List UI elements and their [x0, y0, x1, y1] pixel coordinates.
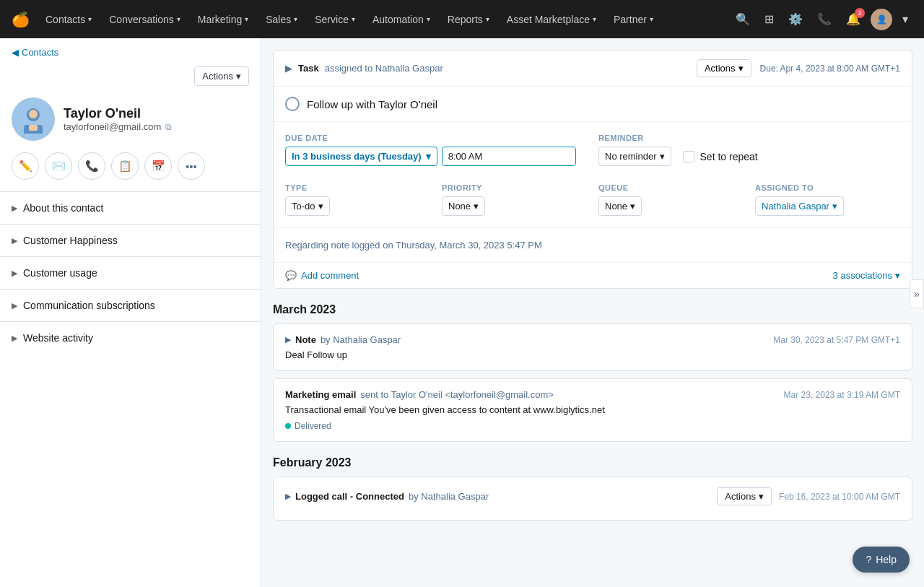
notifications-icon[interactable]: 🔔 2 — [842, 8, 865, 30]
about-contact-section: ▶ About this contact — [0, 191, 261, 224]
customer-usage-toggle[interactable]: ▶ Customer usage — [0, 257, 261, 289]
nav-automation[interactable]: Automation ▾ — [365, 9, 437, 30]
main-content: ▶ Task assigned to Nathalia Gaspar Actio… — [261, 38, 924, 587]
sidebar-header: Actions ▾ — [0, 66, 261, 92]
task-assigned-caret-icon: ▾ — [832, 201, 837, 212]
help-icon: ? — [866, 554, 871, 565]
task-queue-caret-icon: ▾ — [630, 201, 635, 212]
avatar-illustration — [19, 105, 48, 134]
contact-avatar — [12, 97, 55, 141]
reminder-select-button[interactable]: No reminder ▾ — [598, 147, 671, 166]
nav-conversations[interactable]: Conversations ▾ — [102, 9, 188, 30]
task-actions-caret-icon: ▾ — [738, 63, 744, 74]
website-activity-toggle[interactable]: ▶ Website activity — [0, 322, 261, 354]
nav-sales-caret: ▾ — [294, 15, 297, 23]
about-contact-toggle[interactable]: ▶ About this contact — [0, 192, 261, 224]
task-priority-select[interactable]: None ▾ — [442, 196, 485, 216]
nav-sales[interactable]: Sales ▾ — [258, 9, 305, 30]
call-collapse-caret[interactable]: ▶ — [285, 492, 291, 501]
set-to-repeat-field: Set to repeat — [683, 151, 758, 162]
task-type-field: Type To-do ▾ — [285, 183, 430, 216]
schedule-button[interactable]: 📅 — [144, 152, 172, 180]
nav-partner-caret: ▾ — [650, 15, 653, 23]
add-comment-button[interactable]: 💬 Add comment — [285, 270, 359, 281]
customer-happiness-toggle[interactable]: ▶ Customer Happiness — [0, 225, 261, 256]
task-type-caret-icon: ▾ — [318, 201, 323, 212]
logo-icon[interactable]: 🍊 — [12, 11, 30, 28]
comment-icon: 💬 — [285, 270, 297, 281]
note-collapse-caret[interactable]: ▶ — [285, 335, 291, 344]
task-type-row: Type To-do ▾ Priority None ▾ Queue — [274, 178, 912, 227]
nav-partner[interactable]: Partner ▾ — [606, 9, 661, 30]
task-card: ▶ Task assigned to Nathalia Gaspar Actio… — [273, 50, 912, 289]
email-body: Transactional email You've been given ac… — [285, 404, 900, 415]
reminder-caret-icon: ▾ — [660, 151, 665, 162]
sidebar-actions-caret: ▾ — [236, 71, 241, 82]
search-icon[interactable]: 🔍 — [731, 8, 754, 30]
task-due-label: Due: Apr 4, 2023 at 8:00 AM GMT+1 — [760, 64, 900, 74]
nav-service[interactable]: Service ▾ — [308, 9, 362, 30]
february-2023-label: February 2023 — [273, 456, 912, 469]
communication-subscriptions-section: ▶ Communication subscriptions — [0, 289, 261, 321]
collapse-panel-button[interactable]: » — [910, 279, 924, 308]
task-assigned-field: Assigned to Nathalia Gaspar ▾ — [755, 183, 900, 216]
user-menu-caret[interactable]: ▾ — [898, 8, 912, 30]
customer-happiness-section: ▶ Customer Happiness — [0, 224, 261, 256]
repeat-checkbox[interactable] — [683, 151, 694, 162]
task-reminder-field: Reminder No reminder ▾ Set to repeat — [598, 134, 900, 166]
associations-button[interactable]: 3 associations ▾ — [833, 270, 900, 281]
nav-marketing[interactable]: Marketing ▾ — [191, 9, 256, 30]
task-note: Regarding note logged on Thursday, March… — [274, 227, 912, 262]
email-button[interactable]: ✉️ — [45, 152, 72, 180]
nav-reports-caret: ▾ — [486, 15, 489, 23]
task-queue-select[interactable]: None ▾ — [598, 196, 642, 216]
march-2023-label: March 2023 — [273, 303, 912, 316]
task-type-select[interactable]: To-do ▾ — [285, 196, 330, 216]
due-date-caret-icon: ▾ — [426, 151, 431, 162]
delivered-dot — [285, 423, 291, 429]
nav-contacts-caret: ▾ — [88, 15, 92, 23]
nav-marketing-caret: ▾ — [245, 15, 248, 23]
communication-subscriptions-caret-icon: ▶ — [12, 301, 17, 310]
nav-contacts[interactable]: Contacts ▾ — [38, 9, 99, 30]
delivered-badge: Delivered — [285, 421, 331, 431]
contact-name: Taylor O'neil — [64, 106, 249, 121]
task-title-row: Follow up with Taylor O'neil — [274, 87, 912, 121]
topnav: 🍊 Contacts ▾ Conversations ▾ Marketing ▾… — [0, 0, 924, 38]
settings-icon[interactable]: ⚙️ — [784, 8, 807, 30]
help-button[interactable]: ? Help — [853, 547, 910, 573]
phone-icon[interactable]: 📞 — [813, 8, 836, 30]
communication-subscriptions-toggle[interactable]: ▶ Communication subscriptions — [0, 290, 261, 321]
contact-actions: ✏️ ✉️ 📞 📋 📅 ••• — [0, 152, 261, 191]
copy-email-icon[interactable]: ⧉ — [165, 122, 172, 132]
about-contact-caret-icon: ▶ — [12, 204, 17, 213]
more-button[interactable]: ••• — [178, 152, 205, 180]
due-time-input[interactable] — [442, 147, 576, 166]
contacts-breadcrumb[interactable]: ◀ Contacts — [12, 47, 249, 58]
marketplace-icon[interactable]: ⊞ — [760, 8, 778, 30]
task-assigned-select[interactable]: Nathalia Gaspar ▾ — [755, 196, 844, 216]
nav-service-caret: ▾ — [352, 15, 355, 23]
email-timeline-item: Marketing email sent to Taylor O'neil <t… — [273, 378, 912, 442]
task-complete-checkbox[interactable] — [285, 97, 300, 111]
sidebar: ◀ Contacts Actions ▾ Taylor O'neil — [0, 38, 261, 587]
note-body: Deal Follow up — [285, 349, 900, 360]
customer-happiness-caret-icon: ▶ — [12, 236, 17, 245]
call-button[interactable]: 📞 — [78, 152, 105, 180]
task-collapse-caret[interactable]: ▶ — [285, 63, 292, 74]
nav-automation-caret: ▾ — [427, 15, 430, 23]
nav-asset-marketplace[interactable]: Asset Marketplace ▾ — [500, 9, 603, 30]
sidebar-actions-button[interactable]: Actions ▾ — [194, 66, 249, 86]
task-queue-field: Queue None ▾ — [598, 183, 744, 216]
task-footer: 💬 Add comment 3 associations ▾ — [274, 262, 912, 288]
task-actions-button[interactable]: Actions ▾ — [697, 59, 751, 77]
call-actions-button[interactable]: Actions ▾ — [717, 487, 772, 505]
note-button[interactable]: ✏️ — [12, 152, 39, 180]
due-date-select-button[interactable]: In 3 business days (Tuesday) ▾ — [285, 147, 437, 166]
task-priority-caret-icon: ▾ — [474, 201, 479, 212]
task-button[interactable]: 📋 — [111, 152, 139, 180]
user-avatar[interactable]: 👤 — [871, 9, 892, 30]
website-activity-section: ▶ Website activity — [0, 321, 261, 354]
nav-reports[interactable]: Reports ▾ — [440, 9, 497, 30]
nav-conversations-caret: ▾ — [177, 15, 180, 23]
